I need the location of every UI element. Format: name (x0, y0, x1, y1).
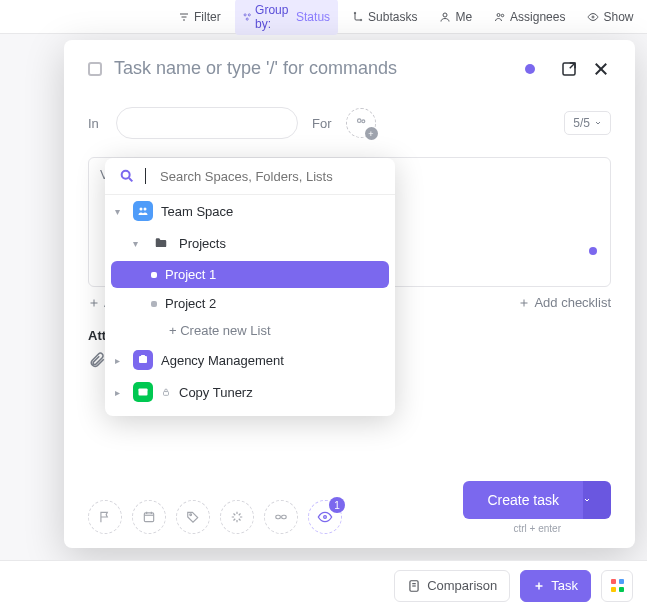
list-item-project-1[interactable]: Project 1 (111, 261, 389, 288)
item-label: Team Space (161, 204, 233, 219)
space-item-copy-tunerz[interactable]: ▸ Copy Tunerz (105, 376, 395, 408)
counter-value: 5/5 (573, 116, 590, 130)
watchers-button[interactable]: 1 (308, 500, 342, 534)
close-icon[interactable] (591, 59, 611, 79)
item-label: + Create new List (169, 323, 271, 338)
plus-icon (533, 580, 545, 592)
filter-icon (178, 11, 190, 23)
svg-rect-28 (276, 515, 281, 519)
presence-indicator-icon (525, 64, 535, 74)
paperclip-icon (88, 351, 106, 369)
svg-point-27 (190, 514, 192, 516)
comparison-chip[interactable]: Comparison (394, 570, 510, 602)
eye-icon (587, 11, 599, 23)
svg-point-3 (244, 13, 246, 15)
svg-point-7 (360, 19, 362, 21)
date-button[interactable] (132, 500, 166, 534)
chevron-down-icon (583, 496, 591, 504)
create-task-dropdown[interactable] (583, 481, 611, 519)
search-icon (119, 168, 135, 184)
plus-icon (518, 297, 530, 309)
template-counter[interactable]: 5/5 (564, 111, 611, 135)
item-label: Project 1 (165, 267, 216, 282)
svg-point-31 (122, 171, 130, 179)
subtasks-icon (352, 11, 364, 23)
modal-header: Task name or type '/' for commands (88, 58, 611, 79)
calendar-icon (142, 510, 156, 524)
me-button[interactable]: Me (431, 6, 480, 28)
add-assignee-button[interactable]: + (346, 108, 376, 138)
shortcut-hint: ctrl + enter (463, 523, 611, 534)
task-label: Task (551, 578, 578, 593)
space-item-agency-management[interactable]: ▸ Agency Management (105, 344, 395, 376)
group-by-value: Status (296, 10, 330, 24)
item-label: Projects (179, 236, 226, 251)
presence-dot-icon (589, 247, 597, 255)
list-item-project-2[interactable]: Project 2 (105, 290, 395, 317)
folder-icon (151, 233, 171, 253)
create-task-button[interactable]: Create task (463, 481, 583, 519)
apps-button[interactable] (601, 570, 633, 602)
view-toolbar: Filter Group by: Status Subtasks Me Assi… (0, 0, 647, 34)
people-icon (494, 11, 506, 23)
flag-button[interactable] (88, 500, 122, 534)
item-label: Copy Tunerz (179, 385, 253, 400)
group-by-button[interactable]: Group by: Status (235, 0, 338, 35)
apps-icon (611, 579, 624, 592)
flag-icon (98, 510, 112, 524)
for-label: For (312, 116, 332, 131)
group-icon (243, 11, 251, 23)
dropdown-search[interactable] (105, 158, 395, 195)
chevron-down-icon: ▾ (115, 206, 125, 217)
tag-button[interactable] (176, 500, 210, 534)
item-label: Project 2 (165, 296, 216, 311)
subtasks-button[interactable]: Subtasks (344, 6, 425, 28)
show-button[interactable]: Show (579, 6, 641, 28)
dropdown-search-input[interactable] (160, 169, 381, 184)
location-input[interactable] (141, 116, 309, 131)
chevron-down-icon: ▾ (133, 238, 143, 249)
status-toggle[interactable] (88, 62, 102, 76)
lock-icon (161, 387, 171, 397)
chevron-down-icon (594, 119, 602, 127)
plus-icon (88, 297, 100, 309)
expand-icon[interactable] (559, 59, 579, 79)
plus-icon: + (365, 127, 378, 140)
link-icon (274, 510, 288, 524)
svg-rect-37 (139, 389, 148, 396)
create-new-list-button[interactable]: + Create new List (105, 317, 395, 344)
modal-footer: 1 Create task ctrl + enter (88, 481, 611, 534)
new-task-chip[interactable]: Task (520, 570, 591, 602)
svg-point-30 (324, 516, 327, 519)
group-by-label: Group by: (255, 3, 292, 31)
svg-line-32 (129, 178, 132, 181)
eye-icon (317, 509, 333, 525)
svg-point-9 (497, 13, 500, 16)
filter-button[interactable]: Filter (170, 6, 229, 28)
app-bottom-bar: Comparison Task (0, 560, 647, 610)
svg-point-10 (501, 14, 504, 17)
space-item-team-space[interactable]: ▾ Team Space (105, 195, 395, 227)
in-label: In (88, 116, 102, 131)
task-name-input[interactable]: Task name or type '/' for commands (114, 58, 513, 79)
svg-point-17 (357, 119, 361, 123)
me-label: Me (455, 10, 472, 24)
location-row: In For + 5/5 (88, 107, 611, 139)
dependency-button[interactable] (264, 500, 298, 534)
location-search[interactable] (116, 107, 298, 139)
chevron-right-icon: ▸ (115, 387, 125, 398)
list-dot-icon (151, 301, 157, 307)
sparkle-icon (230, 510, 244, 524)
add-checklist-button[interactable]: Add checklist (518, 295, 611, 310)
sparkle-button[interactable] (220, 500, 254, 534)
space-icon (133, 382, 153, 402)
chevron-right-icon: ▸ (115, 355, 125, 366)
document-icon (407, 579, 421, 593)
assignees-label: Assignees (510, 10, 565, 24)
show-label: Show (603, 10, 633, 24)
list-dot-icon (151, 272, 157, 278)
folder-item-projects[interactable]: ▾ Projects (105, 227, 395, 259)
assignees-button[interactable]: Assignees (486, 6, 573, 28)
svg-rect-35 (139, 356, 147, 363)
svg-rect-29 (282, 515, 287, 519)
